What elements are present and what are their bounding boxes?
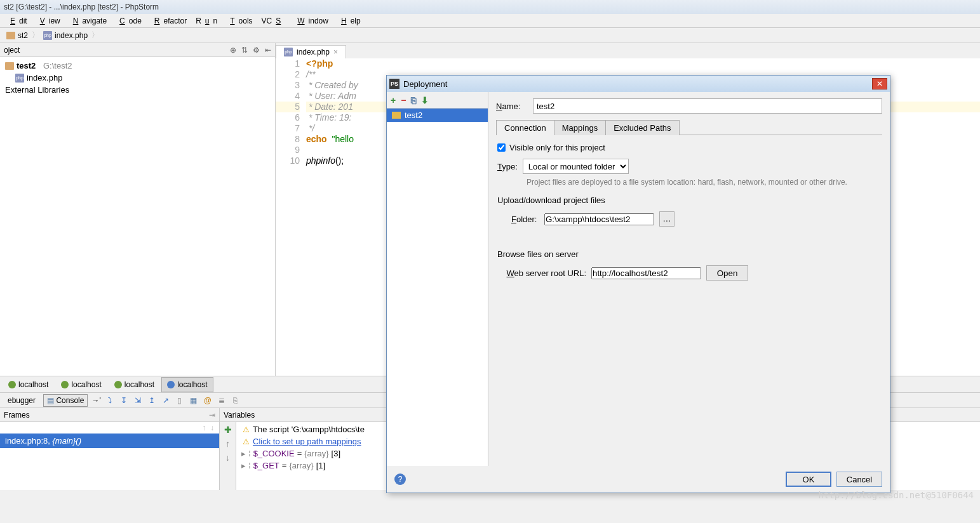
tab-excluded[interactable]: Excluded Paths bbox=[605, 120, 679, 135]
step-into-icon[interactable]: ↧ bbox=[119, 395, 129, 406]
force-step-into-icon[interactable]: ⇲ bbox=[133, 395, 143, 406]
menu-window[interactable]: Window bbox=[290, 15, 332, 27]
output-toggle[interactable]: →' bbox=[91, 396, 100, 405]
menu-tools[interactable]: Tools bbox=[222, 15, 256, 27]
debug-tab[interactable]: localhost bbox=[109, 377, 160, 392]
next-frame-icon[interactable]: ↓ bbox=[210, 423, 214, 432]
at-icon[interactable]: @ bbox=[203, 395, 213, 406]
tree-file[interactable]: phpindex.php bbox=[0, 72, 275, 84]
name-input[interactable] bbox=[533, 98, 882, 114]
php-file-icon: php bbox=[284, 48, 293, 56]
target-icon[interactable]: ⊕ bbox=[230, 46, 236, 55]
help-icon[interactable]: ? bbox=[394, 473, 406, 485]
run-to-cursor-icon[interactable]: ↗ bbox=[161, 395, 171, 406]
settings-icon[interactable]: ≣ bbox=[217, 395, 227, 406]
menu-bar: Edit View Navigate Code Refactor Run Too… bbox=[0, 14, 980, 28]
cancel-button[interactable]: Cancel bbox=[836, 472, 882, 487]
ok-button[interactable]: OK bbox=[786, 472, 831, 487]
tab-mappings[interactable]: Mappings bbox=[554, 120, 606, 135]
dialog-title: Deployment bbox=[403, 79, 872, 89]
gear-icon[interactable]: ⚙ bbox=[253, 46, 260, 55]
breadcrumb-item[interactable]: phpindex.php bbox=[39, 30, 91, 41]
project-tree: test2 G:\test2 phpindex.php External Lib… bbox=[0, 57, 275, 376]
frame-row[interactable]: index.php:8, {main}() bbox=[0, 434, 219, 448]
sort-icon[interactable]: ⇅ bbox=[241, 46, 248, 55]
breadcrumb-item[interactable]: st2 bbox=[3, 30, 32, 41]
menu-help[interactable]: Help bbox=[333, 15, 365, 27]
down-icon[interactable]: ↓ bbox=[225, 453, 230, 463]
visible-label: Visible only for this project bbox=[509, 143, 605, 152]
type-description: Project files are deployed to a file sys… bbox=[497, 178, 881, 187]
step-out-icon[interactable]: ↥ bbox=[147, 395, 157, 406]
dialog-body: + − ⎘ ⬇ test2 Name: Connection Mappings … bbox=[387, 92, 890, 466]
folder-icon bbox=[6, 32, 15, 39]
collapse-icon[interactable]: ⇤ bbox=[265, 46, 271, 55]
dialog-right-panel: Name: Connection Mappings Excluded Paths… bbox=[488, 92, 890, 466]
variables-side-toolbar: ✚ ↑ ↓ bbox=[220, 422, 236, 490]
menu-vcs[interactable]: VCS bbox=[258, 15, 289, 27]
bug-icon bbox=[114, 381, 122, 388]
menu-code[interactable]: Code bbox=[112, 15, 145, 27]
url-input[interactable] bbox=[591, 267, 701, 279]
folder-label: Folder: bbox=[511, 215, 539, 224]
debug-tab[interactable]: localhost bbox=[3, 377, 54, 392]
menu-refactor[interactable]: Refactor bbox=[147, 15, 191, 27]
server-list: test2 bbox=[387, 109, 488, 466]
dialog-left-panel: + − ⎘ ⬇ test2 bbox=[387, 92, 488, 466]
debugger-tab[interactable]: ebugger bbox=[4, 394, 39, 407]
tree-external[interactable]: External Libraries bbox=[0, 84, 275, 96]
debug-tab-active[interactable]: localhost bbox=[161, 377, 213, 392]
tree-root[interactable]: test2 G:\test2 bbox=[0, 60, 275, 72]
add-watch-icon[interactable]: ✚ bbox=[224, 425, 232, 435]
menu-edit[interactable]: Edit bbox=[3, 15, 31, 27]
breadcrumb-separator: 〉 bbox=[91, 30, 99, 41]
close-icon[interactable]: × bbox=[333, 48, 338, 56]
menu-view[interactable]: View bbox=[32, 15, 64, 27]
server-icon bbox=[392, 112, 401, 119]
step-over-icon[interactable]: ⤵ bbox=[105, 395, 115, 406]
bug-icon bbox=[167, 381, 175, 388]
path-mappings-link[interactable]: Click to set up path mappings bbox=[253, 437, 361, 446]
menu-run[interactable]: Run bbox=[192, 15, 221, 27]
debug-tab[interactable]: localhost bbox=[55, 377, 107, 392]
tab-connection[interactable]: Connection bbox=[496, 120, 554, 135]
project-header-icons: ⊕ ⇅ ⚙ ⇤ bbox=[230, 46, 271, 55]
upload-section-title: Upload/download project files bbox=[497, 195, 881, 205]
gutter: 12345678910 bbox=[276, 58, 306, 376]
frames-header: Frames ⇥ bbox=[0, 408, 219, 422]
evaluate-icon[interactable]: ▦ bbox=[189, 395, 199, 406]
type-select[interactable]: Local or mounted folder bbox=[523, 159, 629, 174]
up-icon[interactable]: ↑ bbox=[225, 439, 230, 449]
copy-icon[interactable]: ⎘ bbox=[411, 95, 416, 105]
folder-input[interactable] bbox=[544, 213, 654, 225]
visible-checkbox[interactable] bbox=[497, 143, 506, 152]
folder-icon bbox=[5, 62, 14, 70]
server-list-item[interactable]: test2 bbox=[387, 109, 488, 122]
project-panel: oject ⊕ ⇅ ⚙ ⇤ test2 G:\test2 phpindex.ph… bbox=[0, 43, 276, 376]
pin-icon[interactable]: ⎘ bbox=[231, 395, 241, 406]
tab-body: Visible only for this project Type: Loca… bbox=[496, 135, 882, 460]
dialog-buttons: ? OK Cancel bbox=[387, 466, 890, 490]
pin-icon[interactable]: ⇥ bbox=[209, 411, 215, 420]
editor-tab-label: index.php bbox=[297, 48, 330, 56]
remove-icon[interactable]: − bbox=[401, 95, 406, 105]
dialog-tabs: Connection Mappings Excluded Paths bbox=[496, 120, 882, 135]
dialog-title-bar[interactable]: PS Deployment ✕ bbox=[387, 76, 890, 92]
download-icon[interactable]: ⬇ bbox=[421, 95, 429, 105]
prev-frame-icon[interactable]: ↑ bbox=[202, 423, 206, 432]
close-button[interactable]: ✕ bbox=[872, 78, 887, 89]
editor-tab[interactable]: php index.php × bbox=[276, 45, 346, 58]
drop-frame-icon[interactable]: ▯ bbox=[175, 395, 185, 406]
warning-icon bbox=[241, 425, 250, 434]
editor-tabs: php index.php × bbox=[276, 43, 980, 58]
browse-button[interactable]: … bbox=[659, 211, 675, 227]
open-button[interactable]: Open bbox=[706, 265, 748, 281]
breadcrumb-separator: 〉 bbox=[32, 30, 39, 41]
warning-icon bbox=[241, 437, 250, 446]
breadcrumb: st2 〉 phpindex.php 〉 bbox=[0, 28, 980, 43]
phpstorm-icon: PS bbox=[389, 79, 399, 89]
add-icon[interactable]: + bbox=[391, 95, 396, 105]
menu-navigate[interactable]: Navigate bbox=[65, 15, 111, 27]
console-tab[interactable]: ▤ Console bbox=[43, 394, 88, 407]
php-file-icon: php bbox=[43, 31, 52, 40]
